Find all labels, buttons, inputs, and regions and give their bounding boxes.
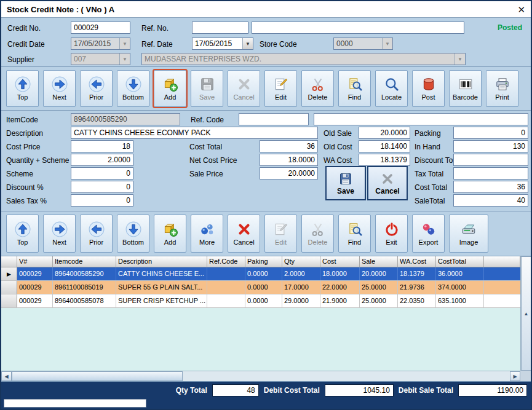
- toolbar-button-exit[interactable]: Exit: [375, 215, 408, 253]
- toolbar-button-bottom[interactable]: Bottom: [117, 70, 149, 107]
- ref-code-input[interactable]: [239, 113, 309, 125]
- toolbar-button-export[interactable]: Export: [412, 215, 445, 253]
- grid-cell[interactable]: 20.0000: [360, 267, 398, 280]
- toolbar-button-delete[interactable]: Delete: [301, 70, 334, 107]
- grid-column-header[interactable]: WA.Cost: [398, 256, 436, 267]
- wa-cost-input[interactable]: 18.1379: [359, 154, 410, 166]
- grid-cell[interactable]: [207, 294, 245, 307]
- itemcode-input[interactable]: 8964000585290: [71, 113, 180, 125]
- grid-cell[interactable]: 8961100085019: [53, 281, 116, 294]
- toolbar-button-post[interactable]: Post: [412, 70, 445, 107]
- chevron-down-icon[interactable]: ▼: [382, 38, 392, 49]
- grid-cell[interactable]: 8964000585078: [53, 294, 116, 307]
- cancel-button[interactable]: Cancel: [367, 166, 408, 200]
- grid-cell[interactable]: 29.0000: [282, 294, 320, 307]
- grid-cell[interactable]: 000029: [17, 267, 53, 280]
- ref-no-input-2[interactable]: [252, 22, 464, 34]
- chevron-down-icon[interactable]: ▼: [119, 38, 130, 49]
- grid-column-header[interactable]: CostTotal: [436, 256, 484, 267]
- grid-cell[interactable]: CATTY CHINS CHEESE E...: [116, 267, 207, 280]
- current-row-indicator[interactable]: ▶: [1, 267, 17, 280]
- chevron-down-icon[interactable]: ▼: [242, 38, 253, 49]
- grid-cell[interactable]: SUPER 55 G PLAIN SALT...: [116, 281, 207, 294]
- grid-cell[interactable]: 374.0000: [436, 281, 484, 294]
- toolbar-button-bottom[interactable]: Bottom: [117, 215, 149, 253]
- grid-column-header[interactable]: Sale: [360, 256, 398, 267]
- toolbar-button-more[interactable]: More: [191, 215, 223, 253]
- supplier-name-dropdown[interactable]: MUDASSAR ENTERPRISES WZD. ▼: [141, 53, 466, 65]
- toolbar-button-add[interactable]: Add: [154, 70, 186, 107]
- horizontal-scrollbar[interactable]: ◀ ▶: [1, 371, 520, 381]
- cost-total-2-input[interactable]: 36: [453, 181, 528, 193]
- toolbar-button-add[interactable]: Add: [154, 215, 186, 253]
- toolbar-button-prior[interactable]: Prior: [80, 215, 113, 253]
- grid-column-header[interactable]: Paking: [245, 256, 282, 267]
- grid-cell[interactable]: 36.0000: [436, 267, 484, 280]
- scroll-left-icon[interactable]: ◀: [1, 371, 12, 381]
- packing-input[interactable]: 0: [453, 127, 528, 139]
- chevron-down-icon[interactable]: ▼: [119, 53, 130, 65]
- grid-cell[interactable]: 000029: [17, 294, 53, 307]
- grid-cell[interactable]: 000029: [17, 281, 53, 294]
- grid-column-header[interactable]: Qty: [282, 256, 320, 267]
- ref-date-dropdown[interactable]: 17/05/2015 ▼: [192, 37, 253, 50]
- grid-column-header[interactable]: Ref.Code: [207, 256, 245, 267]
- grid-cell[interactable]: 22.0000: [320, 281, 360, 294]
- grid-cell[interactable]: 18.1379: [398, 267, 436, 280]
- grid-cell[interactable]: 21.9000: [320, 294, 360, 307]
- store-code-dropdown[interactable]: 0000 ▼: [333, 37, 393, 50]
- grid-cell[interactable]: [207, 281, 245, 294]
- toolbar-button-print[interactable]: Print: [486, 70, 518, 107]
- grid-cell[interactable]: 635.1000: [436, 294, 484, 307]
- toolbar-button-next[interactable]: Next: [43, 215, 76, 253]
- table-row[interactable]: 0000298964000585078SUPER CRISP KETCHUP .…: [1, 294, 520, 308]
- grid-column-header[interactable]: [1, 256, 17, 267]
- grid-cell[interactable]: 2.0000: [282, 267, 320, 280]
- toolbar-button-find[interactable]: Find: [338, 215, 371, 253]
- quantity-scheme-input[interactable]: 2.0000: [71, 154, 133, 166]
- scroll-right-icon[interactable]: ▶: [510, 371, 520, 381]
- tax-total-input[interactable]: [453, 167, 528, 179]
- grid-column-header[interactable]: Description: [116, 256, 207, 267]
- vertical-scrollbar[interactable]: ▲ ▼: [520, 256, 531, 371]
- scheme-input[interactable]: 0: [71, 167, 133, 179]
- toolbar-button-image[interactable]: Image: [449, 215, 488, 253]
- supplier-code-dropdown[interactable]: 007 ▼: [71, 53, 130, 65]
- grid-cell[interactable]: 25.0000: [360, 294, 398, 307]
- sales-tax-pct-input[interactable]: 0: [71, 194, 133, 207]
- ref-no-input-1[interactable]: [192, 22, 248, 34]
- discount-pct-input[interactable]: 0: [71, 181, 133, 193]
- toolbar-button-find[interactable]: Find: [338, 70, 371, 107]
- discount-total-input[interactable]: [453, 154, 528, 166]
- table-row[interactable]: 0000298961100085019SUPER 55 G PLAIN SALT…: [1, 281, 520, 294]
- grid-column-header[interactable]: V#: [17, 256, 53, 267]
- grid-cell[interactable]: [207, 267, 245, 280]
- credit-no-input[interactable]: 000029: [71, 22, 130, 34]
- grid-cell[interactable]: 22.0350: [398, 294, 436, 307]
- status-input[interactable]: [4, 399, 146, 408]
- cost-price-input[interactable]: 18: [71, 140, 133, 152]
- table-row[interactable]: ▶0000298964000585290CATTY CHINS CHEESE E…: [1, 267, 520, 281]
- close-icon[interactable]: ✕: [517, 5, 525, 14]
- toolbar-button-cancel[interactable]: Cancel: [228, 215, 260, 253]
- sale-total-input[interactable]: 40: [453, 194, 528, 207]
- net-cost-price-input[interactable]: 18.0000: [260, 154, 318, 166]
- scroll-up-icon[interactable]: ▲: [521, 256, 531, 371]
- description-input[interactable]: CATTY CHINS CHEESE ECONMY PACK: [71, 127, 318, 139]
- toolbar-button-locate[interactable]: Locate: [375, 70, 408, 107]
- grid-cell[interactable]: SUPER CRISP KETCHUP ...: [116, 294, 207, 307]
- toolbar-button-next[interactable]: Next: [43, 70, 76, 107]
- extra-input[interactable]: [314, 113, 528, 125]
- row-selector[interactable]: [1, 281, 17, 294]
- horizontal-scroll-thumb[interactable]: [12, 371, 183, 381]
- toolbar-button-top[interactable]: Top: [6, 70, 39, 107]
- grid-column-header[interactable]: Itemcode: [53, 256, 116, 267]
- grid-column-header[interactable]: Cost: [320, 256, 360, 267]
- grid-cell[interactable]: 0.0000: [245, 294, 282, 307]
- grid-cell[interactable]: 18.0000: [320, 267, 360, 280]
- grid-cell[interactable]: 17.0000: [282, 281, 320, 294]
- grid-cell[interactable]: 8964000585290: [53, 267, 116, 280]
- row-selector[interactable]: [1, 294, 17, 307]
- grid-cell[interactable]: 25.0000: [360, 281, 398, 294]
- save-button[interactable]: Save: [325, 166, 366, 200]
